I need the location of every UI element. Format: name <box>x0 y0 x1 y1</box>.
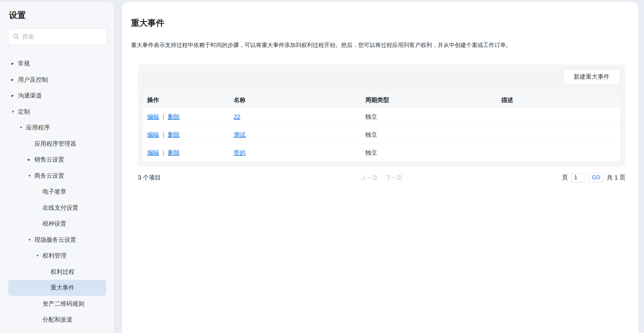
search-input[interactable] <box>22 33 102 40</box>
chevron-down-icon[interactable]: ▼ <box>28 238 34 241</box>
prev-page-button[interactable]: 上一页 <box>361 174 378 182</box>
name-cell: 22 <box>229 108 361 126</box>
column-header-name: 名称 <box>229 92 361 108</box>
column-header-description: 描述 <box>497 92 621 108</box>
sidebar-search-box[interactable] <box>8 28 107 45</box>
go-button[interactable]: GO <box>588 173 604 183</box>
next-page-button[interactable]: 下一页 <box>386 174 403 182</box>
sidebar-item-label: 商务云设置 <box>34 172 64 180</box>
chevron-right-icon[interactable]: ▶ <box>28 158 34 161</box>
sidebar-item-label: 沟通渠道 <box>18 92 42 100</box>
description-cell <box>497 144 621 162</box>
actions-cell: 编辑|删除 <box>143 108 229 126</box>
sidebar-item-sales-cloud-settings[interactable]: ▶ 销售云设置 <box>8 152 106 168</box>
sidebar-item-tax-settings[interactable]: 税种设置 <box>8 216 106 232</box>
total-pages-label: 共 1 页 <box>607 174 625 182</box>
chevron-down-icon[interactable]: ▼ <box>36 254 42 257</box>
sidebar-item-assignment-dispatch[interactable]: 分配和派遣 <box>8 312 106 328</box>
settings-nav-tree: ▶ 常规 ▶ 用户及控制 ▶ 沟通渠道 ▼ 定制 ▼ 应用程序 应用程序管理器 … <box>0 56 114 328</box>
table-row: 编辑|删除 22 独立 <box>143 108 621 126</box>
page-title: 重大事件 <box>131 17 639 29</box>
sidebar-item-communication-channels[interactable]: ▶ 沟通渠道 <box>8 88 106 104</box>
sidebar-item-milestones[interactable]: 重大事件 <box>8 280 106 296</box>
sidebar-item-commerce-cloud-settings[interactable]: ▼ 商务云设置 <box>8 168 106 184</box>
chevron-down-icon[interactable]: ▼ <box>19 126 26 129</box>
sidebar-item-label: 用户及控制 <box>18 76 48 84</box>
sidebar-item-label: 定制 <box>18 108 30 116</box>
main-content-card: 重大事件 重大事件表示支持过程中依赖于时间的步骤，可以将重大事件添加到权利过程开… <box>122 1 639 333</box>
sidebar-item-general[interactable]: ▶ 常规 <box>8 56 106 72</box>
chevron-down-icon[interactable]: ▼ <box>28 174 34 177</box>
name-cell: 测试 <box>229 126 361 144</box>
cycle-type-cell: 独立 <box>361 126 497 144</box>
action-separator: | <box>163 149 164 156</box>
description-cell <box>497 108 621 126</box>
sidebar-item-label: 资产二维码规则 <box>42 300 84 308</box>
cycle-type-cell: 独立 <box>361 144 497 162</box>
chevron-down-icon[interactable]: ▼ <box>11 110 18 113</box>
pager-goto: 页 GO 共 1 页 <box>562 173 625 183</box>
sidebar-item-label: 税种设置 <box>42 220 66 228</box>
sidebar-item-label: 现场服务云设置 <box>34 236 76 244</box>
actions-cell: 编辑|删除 <box>143 126 229 144</box>
sidebar-item-entitlement-management[interactable]: ▼ 权利管理 <box>8 248 106 264</box>
cycle-type-cell: 独立 <box>361 108 497 126</box>
table-row: 编辑|删除 带的 独立 <box>143 144 621 162</box>
column-header-cycle-type: 周期类型 <box>361 92 497 108</box>
chevron-right-icon[interactable]: ▶ <box>11 62 18 65</box>
chevron-right-icon[interactable]: ▶ <box>11 78 18 81</box>
sidebar-item-users-control[interactable]: ▶ 用户及控制 <box>8 72 106 88</box>
sidebar-item-field-service-cloud-settings[interactable]: ▼ 现场服务云设置 <box>8 232 106 248</box>
sidebar-item-label: 分配和派遣 <box>42 316 72 324</box>
actions-cell: 编辑|删除 <box>143 144 229 162</box>
sidebar-item-label: 电子签章 <box>42 188 66 196</box>
column-header-actions: 操作 <box>143 92 229 108</box>
page-label: 页 <box>562 174 568 182</box>
action-separator: | <box>163 113 164 120</box>
table-footer: 3 个项目 上一页 下一页 页 GO 共 1 页 <box>138 171 625 184</box>
action-separator: | <box>163 131 164 138</box>
milestone-name-link[interactable]: 测试 <box>234 131 246 138</box>
sidebar-item-e-signature[interactable]: 电子签章 <box>8 184 106 200</box>
milestone-name-link[interactable]: 带的 <box>234 149 246 156</box>
edit-link[interactable]: 编辑 <box>147 149 159 156</box>
milestones-panel: 新建重大事件 操作 名称 周期类型 描述 编辑|删除 22 <box>138 64 625 167</box>
settings-sidebar: 设置 ▶ 常规 ▶ 用户及控制 ▶ 沟通渠道 ▼ 定制 ▼ 应用程序 <box>0 1 115 333</box>
sidebar-item-label: 常规 <box>18 60 30 68</box>
delete-link[interactable]: 删除 <box>168 131 180 138</box>
delete-link[interactable]: 删除 <box>168 149 180 156</box>
table-header-row: 操作 名称 周期类型 描述 <box>143 92 621 108</box>
new-milestone-button[interactable]: 新建重大事件 <box>563 69 620 85</box>
sidebar-item-label: 销售云设置 <box>34 156 64 164</box>
items-count: 3 个项目 <box>138 174 161 182</box>
page-number-input[interactable] <box>571 173 585 182</box>
sidebar-title: 设置 <box>9 10 114 21</box>
chevron-right-icon[interactable]: ▶ <box>11 94 18 97</box>
sidebar-item-online-payment-settings[interactable]: 在线支付设置 <box>8 200 106 216</box>
name-cell: 带的 <box>229 144 361 162</box>
sidebar-item-label: 权利管理 <box>42 252 66 260</box>
sidebar-item-customization[interactable]: ▼ 定制 <box>8 104 106 120</box>
milestones-table: 操作 名称 周期类型 描述 编辑|删除 22 独立 <box>142 92 621 162</box>
milestone-name-link[interactable]: 22 <box>234 113 240 120</box>
sidebar-item-label: 权利过程 <box>51 268 74 276</box>
table-row: 编辑|删除 测试 独立 <box>143 126 621 144</box>
sidebar-item-entitlement-process[interactable]: 权利过程 <box>8 264 106 280</box>
sidebar-item-label: 重大事件 <box>51 284 74 292</box>
page-description: 重大事件表示支持过程中依赖于时间的步骤，可以将重大事件添加到权利过程开始。然后，… <box>131 41 630 49</box>
edit-link[interactable]: 编辑 <box>147 131 159 138</box>
sidebar-item-app-manager[interactable]: 应用程序管理器 <box>8 136 106 152</box>
search-icon <box>13 34 19 39</box>
sidebar-item-label: 应用程序管理器 <box>34 140 76 148</box>
sidebar-item-label: 应用程序 <box>26 124 50 132</box>
edit-link[interactable]: 编辑 <box>147 113 159 120</box>
description-cell <box>497 126 621 144</box>
sidebar-item-applications[interactable]: ▼ 应用程序 <box>8 120 106 136</box>
delete-link[interactable]: 删除 <box>168 113 180 120</box>
sidebar-item-asset-qrcode-rules[interactable]: 资产二维码规则 <box>8 296 106 312</box>
panel-toolbar: 新建重大事件 <box>142 69 621 85</box>
sidebar-item-label: 在线支付设置 <box>42 204 78 212</box>
pager-prev-next: 上一页 下一页 <box>361 174 403 182</box>
